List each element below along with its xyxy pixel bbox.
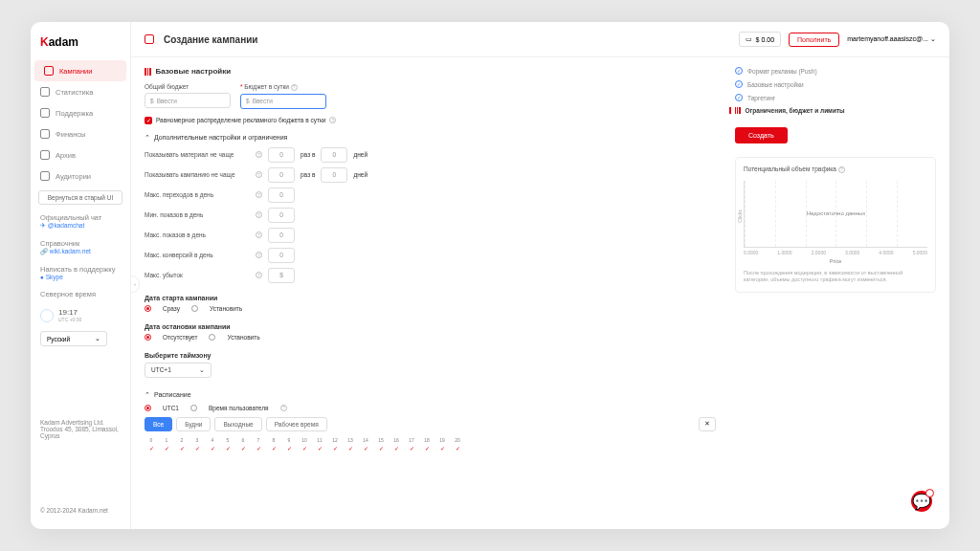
chart-icon	[40, 87, 50, 97]
start-date-title: Дата старта кампании	[145, 295, 716, 301]
nav-audience[interactable]: Аудитории	[31, 165, 130, 187]
chevron-down-icon: ⌄	[199, 366, 205, 374]
servertime-label: Северное время	[31, 285, 130, 303]
footer-copy: © 2012-2024 Kadam.net	[31, 507, 130, 519]
radio-utc[interactable]	[145, 405, 151, 411]
ref-link[interactable]: 🔗 wiki.kadam.net	[40, 248, 121, 255]
input-daily-budget[interactable]: $Ввести	[240, 94, 326, 109]
topbar: Создание кампании ▭ $ 0.00 Пополнить mar…	[131, 22, 949, 57]
even-dist-checkbox[interactable]: ✓Равномерное распределение рекламного бю…	[145, 117, 716, 124]
tz-select[interactable]: UTC+1⌄	[145, 363, 212, 378]
lang-select[interactable]: Русский⌄	[40, 331, 107, 346]
hour-header: 01234567891011121314151617181920	[145, 437, 716, 443]
radio-stop-set[interactable]	[209, 334, 215, 341]
lbl-show-material: Показывать материал не чаще	[145, 151, 250, 158]
btn-work[interactable]: Рабочее время	[266, 417, 327, 431]
chat-fab[interactable]: 💬	[911, 491, 932, 512]
radio-start-set[interactable]	[191, 305, 198, 312]
chevron-up-icon: ⌃	[145, 134, 150, 142]
chart-note: После прохождения модерации, в зависимос…	[744, 270, 927, 284]
app-window: Kadam Кампании Статистика Поддержка Фина…	[31, 22, 949, 529]
user-menu[interactable]: martemyanoff.aaasiszc@... ⌄	[847, 35, 936, 43]
step-targeting[interactable]: ✓Таргетинг	[735, 94, 936, 101]
nav-archive[interactable]: Архив	[31, 144, 130, 165]
inp-camp-count[interactable]: 0	[268, 167, 295, 183]
section-basic: Базовые настройки	[145, 67, 716, 76]
nav-campaigns[interactable]: Кампании	[34, 60, 126, 81]
archive-icon	[40, 150, 50, 160]
stop-date-title: Дата остановки кампании	[145, 323, 716, 330]
lbl-show-campaign: Показывать кампанию не чаще	[145, 171, 250, 178]
inp-max-clicks[interactable]: 0	[268, 187, 295, 203]
radio-stop-none[interactable]	[145, 334, 151, 341]
nav-finance[interactable]: Финансы	[31, 123, 130, 144]
chat-link[interactable]: ✈ @kadamchat	[40, 222, 121, 230]
inp-max-loss[interactable]: $	[268, 268, 295, 283]
btn-weekend[interactable]: Выходные	[214, 417, 261, 431]
chat-block: Официальный чат ✈ @kadamchat	[31, 209, 130, 234]
hour-ticks: ✓✓✓✓✓✓✓✓✓✓✓✓✓✓✓✓✓✓✓✓✓	[145, 445, 716, 452]
footer-addr: Kadam Advertising Ltd. Troodos 45, 3085,…	[31, 413, 130, 445]
right-column: ✓Формат рекламы (Push) ✓Базовые настройк…	[735, 67, 936, 516]
traffic-chart: Потенциальный объем трафика ? Clicks Нед…	[735, 157, 936, 293]
folder-icon	[44, 66, 54, 76]
create-button[interactable]: Создать	[735, 127, 788, 143]
inp-mat-count[interactable]: 0	[268, 147, 295, 163]
input-total-budget[interactable]: $Ввести	[145, 93, 231, 108]
page-title: Создание кампании	[164, 34, 258, 45]
btn-close-schedule[interactable]: ✕	[699, 417, 716, 431]
inp-max-shows[interactable]: 0	[268, 228, 295, 243]
schedule-toggle[interactable]: ⌃Расписание	[145, 391, 716, 399]
chart-xaxis: 0.00001.00002.00003.00004.00005.0000	[744, 250, 927, 255]
form-column: Базовые настройки Общий бюджет $Ввести *…	[145, 67, 716, 516]
sidebar: Kadam Кампании Статистика Поддержка Фина…	[31, 22, 131, 529]
balance: ▭ $ 0.00	[739, 32, 781, 47]
support-block: Написать в поддержку ● Skype	[31, 260, 130, 285]
label-daily-budget: * Бюджет в сутки ?	[240, 83, 326, 91]
radio-usertime[interactable]	[190, 405, 197, 411]
chart-xlabel: Price	[744, 258, 927, 264]
wallet-icon	[40, 129, 50, 139]
nav-support[interactable]: Поддержка	[31, 102, 130, 123]
label-total-budget: Общий бюджет	[145, 83, 231, 90]
inp-max-conv[interactable]: 0	[268, 248, 295, 263]
chart-ylabel: Clicks	[737, 209, 743, 222]
lbl-max-shows: Макс. показов в день	[145, 231, 250, 238]
tz-title: Выберите таймзону	[145, 352, 716, 359]
clock-icon	[40, 309, 54, 322]
topup-button[interactable]: Пополнить	[789, 33, 839, 47]
step-format[interactable]: ✓Формат рекламы (Push)	[735, 67, 936, 75]
inp-min-shows[interactable]: 0	[268, 208, 295, 223]
ref-block: Справочник 🔗 wiki.kadam.net	[31, 234, 130, 260]
btn-all[interactable]: Все	[145, 417, 172, 431]
folder-icon	[145, 34, 154, 44]
lbl-max-loss: Макс. убыток	[145, 272, 250, 278]
inp-mat-days[interactable]: 0	[321, 147, 347, 163]
chevron-down-icon: ⌄	[95, 335, 100, 342]
lbl-max-conv: Макс. конверсий в день	[145, 252, 250, 258]
radio-start-now[interactable]	[145, 305, 151, 312]
skype-link[interactable]: ● Skype	[40, 274, 121, 280]
step-limits[interactable]: Ограничения, бюджет и лимиты	[729, 107, 936, 114]
chart-area: Clicks Недостаточно данных	[744, 181, 927, 248]
content: Базовые настройки Общий бюджет $Ввести *…	[131, 57, 949, 529]
nav-stats[interactable]: Статистика	[31, 81, 130, 102]
servertime: 19:17UTC +0:00	[31, 303, 130, 327]
old-ui-button[interactable]: Вернуться в старый UI	[38, 190, 122, 205]
btn-weekdays[interactable]: Будни	[176, 417, 211, 431]
step-basic[interactable]: ✓Базовые настройки	[735, 80, 936, 88]
main: Создание кампании ▭ $ 0.00 Пополнить mar…	[131, 22, 949, 529]
chevron-up-icon: ⌃	[145, 391, 150, 399]
heart-icon	[40, 108, 50, 118]
people-icon	[40, 171, 50, 181]
steps: ✓Формат рекламы (Push) ✓Базовые настройк…	[735, 67, 936, 114]
lbl-max-clicks: Макс. переходов в день	[145, 191, 250, 198]
inp-camp-days[interactable]: 0	[321, 167, 347, 183]
lbl-min-shows: Мин. показов в день	[145, 211, 250, 218]
logo: Kadam	[31, 32, 130, 60]
extra-toggle[interactable]: ⌃Дополнительные настройки и ограничения	[145, 134, 716, 142]
